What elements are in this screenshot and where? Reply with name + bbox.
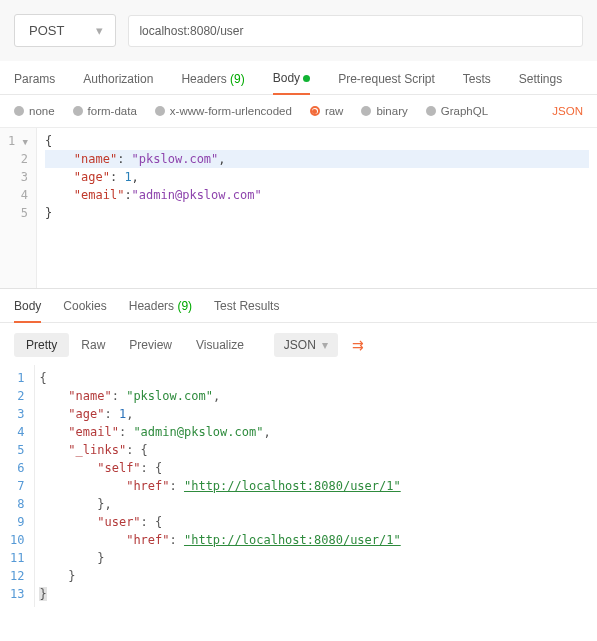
line-number: 1	[8, 134, 15, 148]
response-format-label: JSON	[284, 338, 316, 352]
json-key: "href"	[126, 479, 169, 493]
line-number: 5	[10, 441, 24, 459]
request-gutter: 1 ▼ 2 3 4 5	[0, 128, 37, 288]
url-value: localhost:8080/user	[139, 24, 243, 38]
fold-icon[interactable]: ▼	[22, 137, 27, 147]
line-number: 2	[8, 150, 28, 168]
chevron-down-icon: ▾	[322, 338, 328, 352]
response-format-dropdown[interactable]: JSON▾	[274, 333, 338, 357]
json-key: "name"	[74, 152, 117, 166]
body-xwww-label: x-www-form-urlencoded	[170, 105, 292, 117]
view-raw[interactable]: Raw	[69, 333, 117, 357]
response-tabs: Body Cookies Headers (9) Test Results	[0, 289, 597, 323]
response-toolbar: Pretty Raw Preview Visualize JSON▾ ⇉	[0, 323, 597, 365]
tab-tests[interactable]: Tests	[463, 72, 491, 94]
line-number: 3	[10, 405, 24, 423]
request-body-code[interactable]: { "name": "pkslow.com", "age": 1, "email…	[37, 128, 597, 288]
chevron-down-icon: ▾	[96, 23, 103, 38]
tab-body[interactable]: Body	[273, 71, 310, 95]
json-key: "email"	[74, 188, 125, 202]
body-graphql-label: GraphQL	[441, 105, 488, 117]
body-none-label: none	[29, 105, 55, 117]
radio-on-icon	[310, 106, 320, 116]
radio-off-icon	[426, 106, 436, 116]
json-string: "admin@pkslow.com"	[133, 425, 263, 439]
line-number: 8	[10, 495, 24, 513]
json-number: 1	[124, 170, 131, 184]
line-number: 4	[10, 423, 24, 441]
url-input[interactable]: localhost:8080/user	[128, 15, 583, 47]
line-number: 11	[10, 549, 24, 567]
tab-params[interactable]: Params	[14, 72, 55, 94]
resp-tab-headers[interactable]: Headers (9)	[129, 299, 192, 322]
tab-authorization[interactable]: Authorization	[83, 72, 153, 94]
response-gutter: 1 2 3 4 5 6 7 8 9 10 11 12 13	[0, 365, 34, 607]
body-type-row: none form-data x-www-form-urlencoded raw…	[0, 95, 597, 128]
json-key: "_links"	[68, 443, 126, 457]
brace: }	[39, 587, 46, 601]
request-body-editor[interactable]: 1 ▼ 2 3 4 5 { "name": "pkslow.com", "age…	[0, 128, 597, 288]
request-tabs: Params Authorization Headers (9) Body Pr…	[0, 61, 597, 95]
tab-headers[interactable]: Headers (9)	[181, 72, 244, 94]
json-key: "href"	[126, 533, 169, 547]
json-key: "name"	[68, 389, 111, 403]
brace: {	[155, 461, 162, 475]
tab-body-label: Body	[273, 71, 300, 85]
body-type-none[interactable]: none	[14, 105, 55, 117]
line-number: 5	[8, 204, 28, 222]
brace: }	[45, 206, 52, 220]
response-body-editor[interactable]: 1 2 3 4 5 6 7 8 9 10 11 12 13 { "name": …	[0, 365, 597, 607]
headers-count: (9)	[230, 72, 245, 86]
json-string: "admin@pkslow.com"	[132, 188, 262, 202]
radio-off-icon	[73, 106, 83, 116]
wrap-lines-icon[interactable]: ⇉	[352, 337, 364, 353]
json-key: "email"	[68, 425, 119, 439]
modified-dot-icon	[303, 75, 310, 82]
view-pretty[interactable]: Pretty	[14, 333, 69, 357]
request-bar: POST ▾ localhost:8080/user	[0, 0, 597, 61]
json-key: "age"	[68, 407, 104, 421]
resp-tab-tests[interactable]: Test Results	[214, 299, 279, 322]
json-key: "age"	[74, 170, 110, 184]
body-format-label: JSON	[552, 105, 583, 117]
brace: },	[97, 497, 111, 511]
body-formdata-label: form-data	[88, 105, 137, 117]
brace: }	[68, 569, 75, 583]
body-binary-label: binary	[376, 105, 407, 117]
brace: {	[141, 443, 148, 457]
body-type-xwww[interactable]: x-www-form-urlencoded	[155, 105, 292, 117]
json-string: "pkslow.com"	[132, 152, 219, 166]
http-method-dropdown[interactable]: POST ▾	[14, 14, 116, 47]
resp-headers-label: Headers	[129, 299, 174, 313]
view-preview[interactable]: Preview	[117, 333, 184, 357]
body-format-dropdown[interactable]: JSON	[552, 105, 583, 117]
response-body-code[interactable]: { "name": "pkslow.com", "age": 1, "email…	[34, 365, 597, 607]
brace: {	[45, 134, 52, 148]
json-url[interactable]: "http://localhost:8080/user/1"	[184, 533, 401, 547]
json-key: "user"	[97, 515, 140, 529]
body-type-graphql[interactable]: GraphQL	[426, 105, 488, 117]
resp-tab-cookies[interactable]: Cookies	[63, 299, 106, 322]
body-type-binary[interactable]: binary	[361, 105, 407, 117]
radio-off-icon	[155, 106, 165, 116]
json-string: "pkslow.com"	[126, 389, 213, 403]
line-number: 13	[10, 585, 24, 603]
body-type-formdata[interactable]: form-data	[73, 105, 137, 117]
line-number: 10	[10, 531, 24, 549]
body-type-raw[interactable]: raw	[310, 105, 344, 117]
line-number: 1	[10, 369, 24, 387]
tab-headers-label: Headers	[181, 72, 226, 86]
json-key: "self"	[97, 461, 140, 475]
view-visualize[interactable]: Visualize	[184, 333, 256, 357]
radio-off-icon	[14, 106, 24, 116]
resp-tab-body[interactable]: Body	[14, 299, 41, 323]
line-number: 3	[8, 168, 28, 186]
json-url[interactable]: "http://localhost:8080/user/1"	[184, 479, 401, 493]
tab-settings[interactable]: Settings	[519, 72, 562, 94]
http-method-value: POST	[29, 23, 64, 38]
line-number: 9	[10, 513, 24, 531]
tab-prerequest[interactable]: Pre-request Script	[338, 72, 435, 94]
brace: {	[39, 371, 46, 385]
body-raw-label: raw	[325, 105, 344, 117]
line-number: 7	[10, 477, 24, 495]
